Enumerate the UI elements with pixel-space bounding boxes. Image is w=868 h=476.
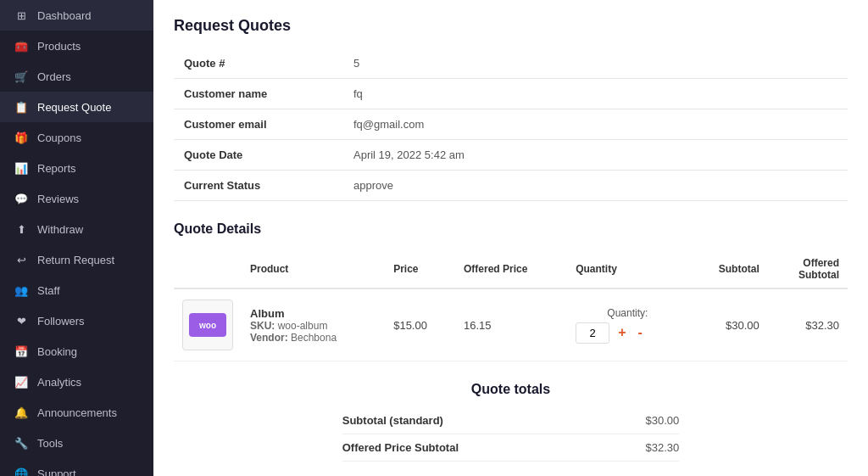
sidebar-item-support[interactable]: 🌐 Support bbox=[0, 458, 153, 476]
quote-details-table: Product Price Offered Price Quantity Sub… bbox=[174, 250, 848, 361]
info-label: Current Status bbox=[174, 171, 343, 201]
dashboard-icon: ⊞ bbox=[14, 8, 29, 23]
sidebar-item-reports[interactable]: 📊 Reports bbox=[0, 153, 153, 183]
woo-logo: woo bbox=[189, 313, 226, 337]
sidebar-label-support: Support bbox=[37, 468, 76, 477]
return-request-icon: ↩ bbox=[14, 252, 29, 267]
product-vendor: Vendor: Bechbona bbox=[250, 332, 376, 344]
qty-increase-button[interactable]: + bbox=[615, 325, 629, 340]
totals-label: Subtotal (standard) bbox=[342, 414, 443, 427]
info-label: Customer name bbox=[174, 79, 343, 109]
sidebar: ⊞ Dashboard 🧰 Products 🛒 Orders 📋 Reques… bbox=[0, 0, 153, 476]
analytics-icon: 📈 bbox=[14, 374, 29, 389]
sidebar-item-staff[interactable]: 👥 Staff bbox=[0, 275, 153, 305]
info-label: Customer email bbox=[174, 109, 343, 140]
request-quote-icon: 📋 bbox=[14, 99, 29, 115]
sidebar-label-analytics: Analytics bbox=[37, 376, 81, 389]
sidebar-label-tools: Tools bbox=[37, 437, 63, 450]
reports-icon: 📊 bbox=[14, 160, 29, 176]
quote-totals-title: Quote totals bbox=[342, 382, 680, 397]
totals-label: Offered Price Subtotal bbox=[342, 441, 459, 454]
sidebar-item-coupons[interactable]: 🎁 Coupons bbox=[0, 122, 153, 153]
sidebar-label-orders: Orders bbox=[37, 70, 71, 83]
sidebar-item-request-quote[interactable]: 📋 Request Quote bbox=[0, 92, 153, 122]
info-row: Quote Date April 19, 2022 5:42 am bbox=[174, 140, 848, 171]
col-subtotal: Subtotal bbox=[687, 250, 767, 288]
subtotal-cell: $30.00 bbox=[687, 288, 767, 361]
tools-icon: 🔧 bbox=[14, 435, 29, 451]
info-value: fq bbox=[343, 79, 848, 109]
col-quantity: Quantity bbox=[567, 250, 687, 288]
info-row: Current Status approve bbox=[174, 171, 848, 201]
col-offered-price: Offered Price bbox=[455, 250, 567, 288]
info-row: Quote # 5 bbox=[174, 48, 848, 79]
info-value: approve bbox=[343, 171, 848, 201]
totals-row: Offered Price Subtotal $32.30 bbox=[342, 434, 680, 462]
sidebar-item-reviews[interactable]: 💬 Reviews bbox=[0, 183, 153, 214]
qty-decrease-button[interactable]: - bbox=[635, 325, 646, 340]
col-price: Price bbox=[385, 250, 455, 288]
product-thumb-cell: woo bbox=[174, 288, 242, 361]
sidebar-label-followers: Followers bbox=[37, 315, 85, 328]
sidebar-item-announcements[interactable]: 🔔 Announcements bbox=[0, 397, 153, 428]
sidebar-label-staff: Staff bbox=[37, 284, 60, 297]
quote-row: woo Album SKU: woo-album Vendor: Bechbon… bbox=[174, 288, 848, 361]
info-value: April 19, 2022 5:42 am bbox=[343, 140, 848, 171]
info-table: Quote # 5 Customer name fq Customer emai… bbox=[174, 48, 848, 201]
col-product-info: Product bbox=[242, 250, 385, 288]
info-row: Customer email fq@gmail.com bbox=[174, 109, 848, 140]
sidebar-label-products: Products bbox=[37, 40, 81, 53]
qty-input[interactable] bbox=[576, 322, 609, 344]
product-name: Album bbox=[250, 307, 376, 320]
sidebar-item-products[interactable]: 🧰 Products bbox=[0, 31, 153, 61]
sidebar-item-orders[interactable]: 🛒 Orders bbox=[0, 61, 153, 92]
orders-icon: 🛒 bbox=[14, 69, 29, 84]
sidebar-item-followers[interactable]: ❤ Followers bbox=[0, 305, 153, 336]
sidebar-label-withdraw: Withdraw bbox=[37, 223, 83, 236]
sidebar-item-withdraw[interactable]: ⬆ Withdraw bbox=[0, 214, 153, 244]
col-product bbox=[174, 250, 242, 288]
product-sku: SKU: woo-album bbox=[250, 320, 376, 332]
sidebar-item-analytics[interactable]: 📈 Analytics bbox=[0, 367, 153, 397]
sidebar-item-booking[interactable]: 📅 Booking bbox=[0, 336, 153, 367]
info-value: fq@gmail.com bbox=[343, 109, 848, 140]
followers-icon: ❤ bbox=[14, 313, 29, 328]
sidebar-item-dashboard[interactable]: ⊞ Dashboard bbox=[0, 0, 153, 31]
product-price-cell: $15.00 bbox=[385, 288, 455, 361]
totals-value: $30.00 bbox=[645, 414, 679, 427]
sidebar-label-announcements: Announcements bbox=[37, 406, 117, 419]
sidebar-label-request-quote: Request Quote bbox=[37, 101, 111, 114]
qty-label: Quantity: bbox=[576, 307, 679, 319]
info-row: Customer name fq bbox=[174, 79, 848, 109]
product-thumbnail: woo bbox=[182, 300, 233, 350]
sidebar-label-dashboard: Dashboard bbox=[37, 9, 92, 22]
sidebar-label-return-request: Return Request bbox=[37, 254, 114, 266]
offered-subtotal-cell: $32.30 bbox=[768, 288, 848, 361]
sidebar-item-tools[interactable]: 🔧 Tools bbox=[0, 428, 153, 458]
info-label: Quote # bbox=[174, 48, 343, 79]
sidebar-label-reviews: Reviews bbox=[37, 193, 79, 205]
page-title: Request Quotes bbox=[174, 17, 848, 35]
info-label: Quote Date bbox=[174, 140, 343, 171]
products-icon: 🧰 bbox=[14, 38, 29, 53]
announcements-icon: 🔔 bbox=[14, 405, 29, 420]
info-value: 5 bbox=[343, 48, 848, 79]
totals-row: Subtotal (standard) $30.00 bbox=[342, 407, 680, 434]
offered-price-cell: 16.15 bbox=[455, 288, 567, 361]
quantity-cell: Quantity: + - bbox=[567, 288, 687, 361]
coupons-icon: 🎁 bbox=[14, 130, 29, 145]
reviews-icon: 💬 bbox=[14, 191, 29, 206]
product-info-cell: Album SKU: woo-album Vendor: Bechbona bbox=[242, 288, 385, 361]
booking-icon: 📅 bbox=[14, 344, 29, 359]
sidebar-label-coupons: Coupons bbox=[37, 132, 81, 144]
sidebar-label-booking: Booking bbox=[37, 345, 77, 358]
totals-value: $32.30 bbox=[645, 441, 679, 454]
withdraw-icon: ⬆ bbox=[14, 221, 29, 237]
staff-icon: 👥 bbox=[14, 283, 29, 298]
quote-details-title: Quote Details bbox=[174, 221, 848, 237]
col-offered-subtotal: OfferedSubtotal bbox=[768, 250, 848, 288]
sidebar-item-return-request[interactable]: ↩ Return Request bbox=[0, 244, 153, 275]
sidebar-label-reports: Reports bbox=[37, 162, 76, 175]
qty-control: + - bbox=[576, 322, 679, 344]
main-content: Request Quotes Quote # 5 Customer name f… bbox=[153, 0, 868, 476]
